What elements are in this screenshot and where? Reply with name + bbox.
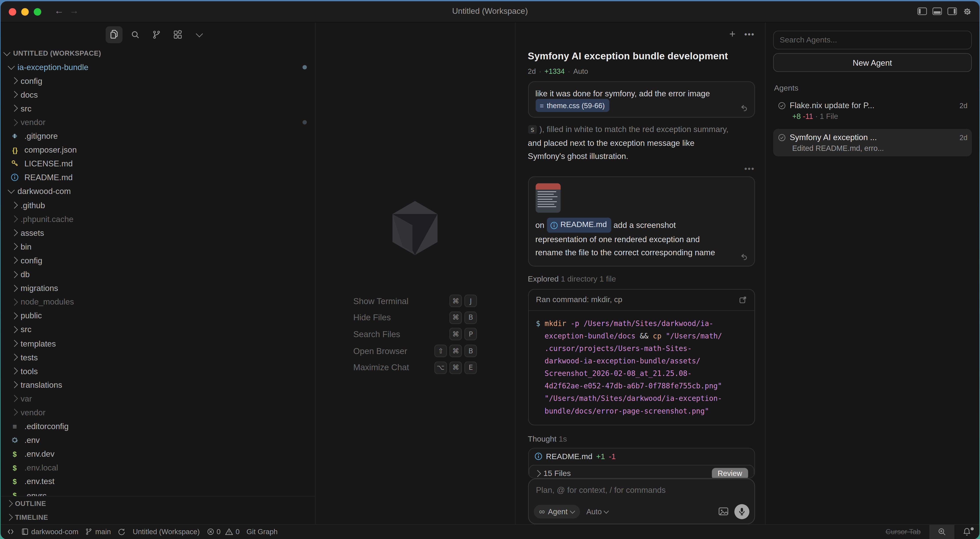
tree-item-docs[interactable]: docs bbox=[1, 88, 315, 102]
files-changed-bar[interactable]: 15 Files Review bbox=[528, 464, 754, 478]
code-line: bundle/docs/error-page-screenshot.png" bbox=[536, 405, 746, 417]
edited-file-row[interactable]: README.md +1 -1 bbox=[528, 448, 754, 464]
chevron-right-icon bbox=[5, 501, 14, 506]
tree-item-vendor[interactable]: vendor bbox=[1, 115, 315, 129]
settings-gear-icon[interactable] bbox=[963, 6, 972, 16]
tree-item-config[interactable]: config bbox=[1, 74, 315, 88]
chat-input[interactable]: Plan, @ for context, / for commands ∞ Ag… bbox=[528, 478, 755, 524]
tree-item-node-modules[interactable]: node_modules bbox=[1, 295, 315, 309]
message-more-icon[interactable]: ••• bbox=[744, 165, 755, 173]
chat-more-icon[interactable]: ••• bbox=[744, 30, 755, 38]
info-icon bbox=[10, 173, 19, 182]
extensions-tab-icon[interactable] bbox=[169, 26, 186, 43]
files-tab-icon[interactable] bbox=[106, 26, 123, 43]
tree-item-.env.test[interactable]: $.env.test bbox=[1, 475, 315, 488]
notifications-bell-icon[interactable] bbox=[955, 525, 979, 539]
new-agent-button[interactable]: New Agent bbox=[773, 53, 972, 72]
explored-status[interactable]: Explored 1 directory 1 file bbox=[528, 274, 755, 283]
restore-checkpoint-icon[interactable] bbox=[740, 104, 748, 112]
shortcut-maximize-chat[interactable]: Maximize Chat⌥⌘E bbox=[353, 359, 477, 376]
shortcut-search-files[interactable]: Search Files⌘P bbox=[353, 326, 477, 343]
tree-item-translations[interactable]: translations bbox=[1, 378, 315, 392]
chevron-right-icon bbox=[10, 383, 18, 388]
open-in-terminal-icon[interactable] bbox=[738, 296, 746, 304]
sync-icon[interactable] bbox=[118, 528, 126, 536]
tree-item-untitled-workspace-[interactable]: UNTITLED (WORKSPACE) bbox=[1, 46, 315, 60]
problems-indicator[interactable]: 0 0 bbox=[207, 528, 240, 536]
cursor-tab-toggle[interactable]: Cursor Tab bbox=[886, 528, 921, 536]
git-graph-item[interactable]: Git Graph bbox=[247, 528, 278, 536]
tree-item-.github[interactable]: .github bbox=[1, 198, 315, 212]
sidebar-section-timeline[interactable]: TIMELINE bbox=[1, 510, 315, 524]
tree-item-vendor[interactable]: vendor bbox=[1, 406, 315, 419]
agent-item[interactable]: Symfony AI exception ...2dEdited README.… bbox=[773, 129, 972, 156]
sidebar-section-outline[interactable]: OUTLINE bbox=[1, 496, 315, 510]
tree-item-.phpunit.cache[interactable]: .phpunit.cache bbox=[1, 212, 315, 226]
chevron-right-icon bbox=[5, 515, 14, 520]
tree-item-.env.dev[interactable]: $.env.dev bbox=[1, 447, 315, 461]
attached-screenshot-thumbnail[interactable] bbox=[535, 183, 560, 213]
tree-item-templates[interactable]: templates bbox=[1, 336, 315, 350]
shortcut-show-terminal[interactable]: Show Terminal⌘J bbox=[353, 293, 477, 309]
search-agents-input[interactable]: Search Agents... bbox=[773, 31, 972, 49]
more-views-chevron-icon[interactable] bbox=[191, 26, 207, 43]
statusbar-workspace[interactable]: darkwood-com bbox=[21, 528, 78, 536]
tree-item-license.md[interactable]: LICENSE.md bbox=[1, 157, 315, 171]
tree-item-.env.local[interactable]: $.env.local bbox=[1, 461, 315, 475]
new-chat-icon[interactable]: + bbox=[729, 29, 735, 39]
toggle-bottom-panel-icon[interactable] bbox=[932, 8, 942, 15]
tree-item-bin[interactable]: bin bbox=[1, 240, 315, 254]
tree-item-tools[interactable]: tools bbox=[1, 364, 315, 378]
shortcut-open-browser[interactable]: Open Browser⇧⌘B bbox=[353, 343, 477, 359]
shortcut-hide-files[interactable]: Hide Files⌘B bbox=[353, 309, 477, 326]
tree-item-readme.md[interactable]: README.md bbox=[1, 171, 315, 185]
restore-checkpoint-icon[interactable] bbox=[740, 253, 748, 261]
code-line: exception-bundle/docs && cp "/Users/math… bbox=[536, 330, 746, 342]
tree-item-.editorconfig[interactable]: ≡.editorconfig bbox=[1, 419, 315, 433]
context-pill-theme-css[interactable]: ≡ theme.css (59-66) bbox=[535, 99, 609, 112]
lines-added: +1 bbox=[596, 452, 605, 461]
statusbar-workspace-title[interactable]: Untitled (Workspace) bbox=[133, 528, 200, 536]
remote-indicator[interactable] bbox=[7, 528, 14, 536]
tree-item-tests[interactable]: tests bbox=[1, 350, 315, 364]
tree-item-.envrc[interactable]: $.envrc bbox=[1, 488, 315, 496]
tree-item-label: .env bbox=[24, 435, 40, 445]
tree-item-assets[interactable]: assets bbox=[1, 226, 315, 240]
statusbar-branch[interactable]: main bbox=[85, 528, 111, 536]
tree-item-src[interactable]: src bbox=[1, 323, 315, 336]
user-message-1[interactable]: like it was done for symfony, add the er… bbox=[528, 81, 755, 118]
dollar-icon: $ bbox=[10, 449, 19, 459]
source-control-tab-icon[interactable] bbox=[148, 26, 165, 43]
attach-image-icon[interactable] bbox=[718, 507, 729, 516]
tree-item-src[interactable]: src bbox=[1, 102, 315, 115]
tree-item-var[interactable]: var bbox=[1, 392, 315, 406]
tree-item-public[interactable]: public bbox=[1, 309, 315, 323]
tree-item-ia-exception-bundle[interactable]: ia-exception-bundle bbox=[1, 60, 315, 74]
sidebar-sections: OUTLINETIMELINE bbox=[1, 496, 315, 524]
review-button[interactable]: Review bbox=[712, 468, 748, 478]
readme-file-pill[interactable]: README.md bbox=[547, 218, 611, 233]
search-tab-icon[interactable] bbox=[127, 26, 144, 43]
tree-item-migrations[interactable]: migrations bbox=[1, 281, 315, 295]
tree-item-config[interactable]: config bbox=[1, 254, 315, 267]
user-message-2[interactable]: on README.md add a screenshot representa… bbox=[528, 177, 755, 266]
code-chip: s bbox=[528, 126, 537, 134]
agent-mode-dropdown[interactable]: ∞ Agent bbox=[533, 505, 580, 518]
tree-item-label: .env.local bbox=[24, 463, 58, 472]
tree-item-label: README.md bbox=[24, 173, 73, 182]
agent-item[interactable]: Flake.nix update for P...2d+8 -11 · 1 Fi… bbox=[773, 97, 972, 124]
tree-item-db[interactable]: db bbox=[1, 267, 315, 281]
tree-item-darkwood-com[interactable]: darkwood-com bbox=[1, 185, 315, 198]
microphone-icon[interactable] bbox=[734, 504, 749, 519]
thought-status[interactable]: Thought 1s bbox=[528, 434, 755, 443]
model-dropdown[interactable]: Auto bbox=[586, 507, 608, 516]
tree-item-.env[interactable]: .env bbox=[1, 433, 315, 447]
toggle-right-sidebar-icon[interactable] bbox=[947, 8, 957, 15]
tree-item-composer.json[interactable]: { }composer.json bbox=[1, 143, 315, 157]
tree-item-label: config bbox=[21, 76, 42, 86]
chevron-right-icon bbox=[10, 341, 18, 346]
tree-item-label: node_modules bbox=[21, 297, 74, 307]
tree-item-.gitignore[interactable]: .gitignore bbox=[1, 129, 315, 143]
screencast-zoom-icon[interactable] bbox=[929, 525, 955, 539]
toggle-left-sidebar-icon[interactable] bbox=[918, 8, 927, 15]
